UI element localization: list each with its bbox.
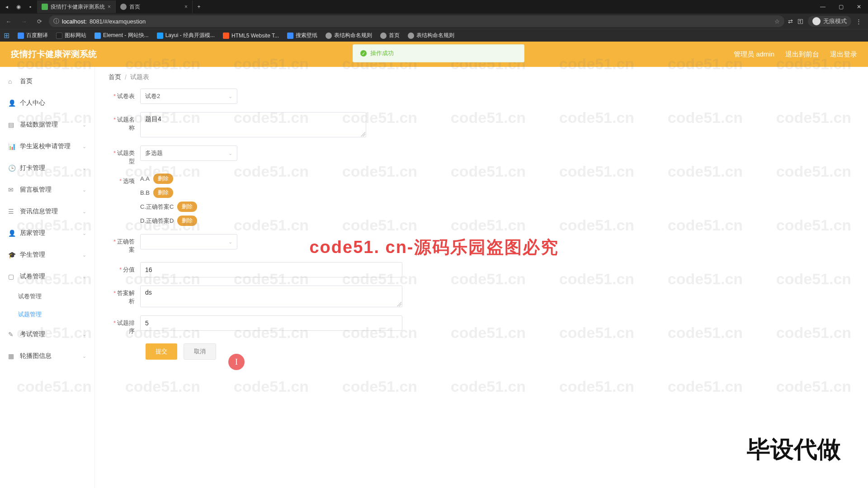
chevron-down-icon: ⌄	[82, 274, 86, 280]
label-score: 分值	[108, 262, 140, 274]
cancel-button[interactable]: 取消	[184, 343, 216, 360]
option-row-c: C.正确答案C删除	[140, 202, 197, 212]
window-max-icon[interactable]: ▢	[832, 4, 850, 10]
url-host: localhost:	[62, 18, 87, 25]
menu-profile[interactable]: 👤个人中心	[0, 92, 94, 114]
label-analysis: 答案解析	[108, 286, 140, 305]
grid-icon: ▤	[8, 121, 15, 128]
sub-paper-mgmt[interactable]: 试卷管理	[18, 287, 94, 305]
bookmark-4[interactable]: HTML5 Website T...	[223, 33, 279, 39]
input-value: 5	[145, 319, 149, 327]
url-input[interactable]: ⓘ localhost:8081/#/examquestion ☆	[49, 15, 784, 27]
bookmark-2[interactable]: Element - 网站快...	[94, 32, 149, 39]
tab-strip: 疫情打卡健康评测系统 × 首页 × +	[37, 0, 814, 14]
nav-back-icon[interactable]: ◂	[3, 4, 11, 10]
menu-icon[interactable]: ⋮	[856, 18, 862, 25]
bookmark-0[interactable]: 百度翻译	[18, 32, 48, 39]
bookmark-label: Element - 网站快...	[103, 32, 149, 39]
menu-label: 轮播图信息	[20, 352, 52, 360]
header-logout[interactable]: 退出登录	[830, 50, 857, 59]
window-close-icon[interactable]: ✕	[850, 4, 868, 10]
delete-option-d[interactable]: 删除	[177, 216, 197, 226]
cursor-indicator: I	[228, 354, 245, 370]
bookmark-5[interactable]: 搜索壁纸	[287, 32, 317, 39]
tab-close-0[interactable]: ×	[108, 4, 111, 10]
delete-option-c[interactable]: 删除	[177, 202, 197, 212]
browser-tab-1[interactable]: 首页 ×	[116, 0, 193, 13]
bookmark-label: 首页	[389, 32, 400, 39]
tab-close-1[interactable]: ×	[184, 4, 188, 10]
menu-student-return[interactable]: 📊学生返校申请管理⌄	[0, 136, 94, 157]
nav-app-icon[interactable]: ▪	[26, 4, 34, 10]
breadcrumb: 首页 / 试题表	[95, 67, 868, 84]
bookmark-6[interactable]: 表结构命名规则	[326, 32, 372, 39]
tab-title-1: 首页	[129, 3, 140, 11]
menu-basedata[interactable]: ▤基础数据管理⌄	[0, 114, 94, 136]
bookmark-1[interactable]: 图标网站	[56, 32, 86, 39]
menu-home-mgmt[interactable]: 👤居家管理⌄	[0, 222, 94, 244]
select-paper[interactable]: 试卷2 ⌄	[140, 89, 237, 104]
bookmark-7[interactable]: 首页	[380, 32, 400, 39]
chevron-down-icon: ⌄	[82, 230, 86, 236]
key-icon[interactable]: ⚿	[797, 18, 803, 25]
menu-label: 考试管理	[20, 330, 45, 338]
input-score[interactable]: 16	[140, 262, 402, 277]
input-analysis[interactable]: ds	[140, 286, 402, 307]
settings-toggle-icon[interactable]: ⇄	[788, 18, 793, 25]
bookmark-8[interactable]: 表结构命名规则	[408, 32, 454, 39]
menu-label: 留言板管理	[20, 186, 52, 194]
main-content: 首页 / 试题表 试卷表 试卷2 ⌄ 试题名称 题目4	[95, 67, 868, 488]
input-value: ds	[145, 289, 152, 296]
input-value: 16	[145, 266, 152, 273]
input-order[interactable]: 5	[140, 315, 402, 331]
browser-tab-0[interactable]: 疫情打卡健康评测系统 ×	[37, 0, 116, 13]
header-logout-front[interactable]: 退出到前台	[785, 50, 819, 59]
menu-student[interactable]: 🎓学生管理⌄	[0, 244, 94, 266]
header-user[interactable]: 管理员 admin	[734, 50, 774, 59]
resize-handle-icon[interactable]	[397, 302, 401, 306]
select-value: 多选题	[145, 149, 163, 157]
menu-label: 居家管理	[20, 229, 45, 237]
crumb-home[interactable]: 首页	[108, 73, 121, 81]
bookmark-label: Layui - 经典开源模...	[165, 32, 215, 39]
window-min-icon[interactable]: —	[814, 4, 832, 10]
star-icon[interactable]: ☆	[774, 18, 780, 25]
resize-handle-icon[interactable]	[361, 132, 365, 136]
menu-exam[interactable]: ▢试卷管理⌄	[0, 266, 94, 287]
label-qtype: 试题类型	[108, 145, 140, 165]
page: 疫情打卡健康评测系统 管理员 admin 退出到前台 退出登录 ⌂首页 👤个人中…	[0, 42, 868, 488]
menu-home[interactable]: ⌂首页	[0, 70, 94, 92]
reload-button[interactable]: ⟳	[33, 18, 45, 25]
option-row-d: D.正确答案D删除	[140, 216, 197, 226]
new-tab-button[interactable]: +	[193, 4, 205, 10]
menu-message[interactable]: ✉留言板管理⌄	[0, 179, 94, 201]
bookmark-3[interactable]: Layui - 经典开源模...	[157, 32, 215, 39]
delete-option-a[interactable]: 删除	[153, 174, 173, 184]
apps-icon[interactable]: ⊞	[4, 31, 9, 40]
option-text: C.正确答案C	[140, 203, 174, 211]
menu-news[interactable]: ☰资讯信息管理⌄	[0, 201, 94, 222]
submit-button[interactable]: 提交	[146, 343, 177, 360]
sidebar: ⌂首页 👤个人中心 ▤基础数据管理⌄ 📊学生返校申请管理⌄ 🕒打卡管理⌄ ✉留言…	[0, 67, 95, 488]
delete-option-b[interactable]: 删除	[153, 188, 173, 198]
menu-exam-mgmt[interactable]: ✎考试管理⌄	[0, 324, 94, 345]
incognito-badge[interactable]: 无痕模式	[808, 16, 851, 27]
mail-icon: ✉	[8, 186, 15, 193]
tab-favicon-1	[120, 4, 127, 10]
clock-icon: 🕒	[8, 164, 15, 172]
bookmark-label: 表结构命名规则	[334, 32, 372, 39]
grad-icon: 🎓	[8, 251, 15, 258]
label-paper: 试卷表	[108, 89, 140, 100]
menu-carousel[interactable]: ▦轮播图信息⌄	[0, 345, 94, 367]
chevron-down-icon: ⌄	[228, 239, 232, 245]
select-correct[interactable]: ⌄	[140, 234, 237, 249]
back-button[interactable]: ←	[3, 18, 14, 25]
menu-checkin[interactable]: 🕒打卡管理⌄	[0, 157, 94, 179]
select-qtype[interactable]: 多选题 ⌄	[140, 145, 237, 161]
input-qname[interactable]: 题目4	[140, 112, 366, 137]
forward-button[interactable]: →	[18, 18, 30, 25]
nav-globe-icon[interactable]: ◉	[14, 4, 23, 10]
sub-question-mgmt[interactable]: 试题管理	[18, 305, 94, 324]
site-info-icon[interactable]: ⓘ	[53, 17, 59, 25]
menu-label: 打卡管理	[20, 164, 45, 172]
